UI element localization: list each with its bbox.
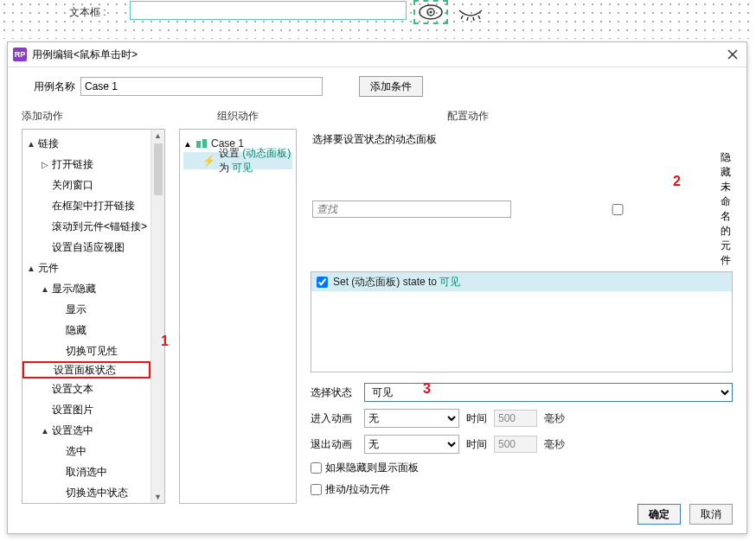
- anim-in-label: 进入动画: [311, 411, 357, 426]
- add-condition-button[interactable]: 添加条件: [359, 76, 423, 97]
- close-icon[interactable]: [724, 46, 741, 63]
- svg-rect-10: [202, 139, 207, 148]
- tree-item-hide[interactable]: ·隐藏: [22, 321, 151, 339]
- tree-item-open-in-frame[interactable]: ·在框架中打开链接: [22, 197, 151, 214]
- app-icon: RP: [13, 48, 27, 61]
- titlebar: RP 用例编辑<鼠标单击时>: [8, 42, 746, 67]
- tree-item-show-hide[interactable]: ▲显示/隐藏: [22, 280, 151, 297]
- tree-item-set-image[interactable]: ·设置图片: [22, 401, 151, 418]
- anim-out-dropdown[interactable]: 无: [364, 435, 459, 454]
- tree-group-link[interactable]: ▲链接: [22, 135, 151, 152]
- svg-rect-9: [196, 141, 201, 148]
- bolt-icon: ⚡: [202, 155, 215, 167]
- anim-in-dropdown[interactable]: 无: [364, 409, 459, 428]
- organize-action-panel: ▲ Case 1 ⚡ 设置 (动态面板) 为 可见: [179, 129, 297, 504]
- cfg-top-label: 选择要设置状态的动态面板: [311, 129, 733, 150]
- tree-item-open-link[interactable]: ▷打开链接: [22, 156, 151, 173]
- configure-action-panel: 选择要设置状态的动态面板 隐藏未命名的元件 Set (动态面板) state t…: [311, 129, 733, 497]
- hide-unnamed-checkbox[interactable]: 隐藏未命名的元件: [518, 150, 731, 268]
- cancel-button[interactable]: 取消: [689, 504, 733, 525]
- header-add-action: 添加动作: [22, 109, 203, 124]
- tree-item-scroll-anchor[interactable]: ·滚动到元件<锚链接>: [22, 218, 151, 235]
- tree-item-toggle-sel[interactable]: ·切换选中状态: [22, 484, 151, 501]
- add-action-panel: ▲链接 ▷打开链接 ·关闭窗口 ·在框架中打开链接 ·滚动到元件<锚链接> ·设…: [22, 129, 165, 504]
- duration-out-input[interactable]: [494, 436, 537, 453]
- ms-label-out: 毫秒: [544, 437, 565, 452]
- tree-item-toggle-vis[interactable]: ·切换可见性: [22, 342, 151, 360]
- svg-line-4: [467, 17, 468, 21]
- select-state-dropdown[interactable]: 可见: [364, 383, 733, 402]
- dialog-title: 用例编辑<鼠标单击时>: [32, 48, 138, 62]
- tree-item-unselected[interactable]: ·取消选中: [22, 463, 151, 481]
- push-pull-checkbox[interactable]: 推动/拉动元件: [311, 482, 733, 497]
- time-label-out: 时间: [466, 437, 487, 452]
- svg-line-3: [461, 16, 463, 19]
- case-name-input[interactable]: [80, 77, 323, 96]
- svg-line-6: [478, 16, 480, 19]
- show-if-hidden-checkbox[interactable]: 如果隐藏则显示面板: [311, 461, 733, 475]
- panel-item-checkbox[interactable]: [317, 277, 328, 288]
- tree-group-widget[interactable]: ▲元件: [22, 259, 151, 277]
- panel-list: Set (动态面板) state to 可见: [311, 271, 733, 372]
- header-organize-action: 组织动作: [217, 109, 433, 124]
- search-input[interactable]: [312, 200, 511, 218]
- eye-closed-icon[interactable]: [453, 0, 488, 24]
- case-name-label: 用例名称: [34, 80, 75, 94]
- duration-in-input[interactable]: [494, 410, 537, 427]
- tree-item-set-selected[interactable]: ▲设置选中: [22, 422, 151, 439]
- scroll-up-icon[interactable]: ▲: [152, 130, 164, 142]
- tree-item-set-text[interactable]: ·设置文本: [22, 380, 151, 398]
- tree-item-show[interactable]: ·显示: [22, 301, 151, 318]
- tree-item-selected[interactable]: ·选中: [22, 442, 151, 460]
- ok-button[interactable]: 确定: [637, 504, 681, 525]
- eye-open-icon[interactable]: [413, 0, 448, 24]
- case-icon: [195, 138, 208, 149]
- scroll-down-icon[interactable]: ▼: [152, 491, 164, 503]
- anim-out-label: 退出动画: [311, 437, 357, 452]
- panel-list-item[interactable]: Set (动态面板) state to 可见: [311, 272, 732, 291]
- time-label-in: 时间: [466, 411, 487, 426]
- textbox-widget[interactable]: [130, 1, 407, 20]
- tree-scrollbar[interactable]: ▲ ▼: [151, 130, 164, 503]
- header-configure-action: 配置动作: [447, 109, 733, 124]
- select-state-label: 选择状态: [311, 385, 357, 400]
- scroll-thumb[interactable]: [154, 143, 163, 195]
- action-tree: ▲链接 ▷打开链接 ·关闭窗口 ·在框架中打开链接 ·滚动到元件<锚链接> ·设…: [22, 130, 151, 503]
- svg-line-5: [473, 17, 474, 21]
- case-editor-dialog: RP 用例编辑<鼠标单击时> 用例名称 添加条件 添加动作 组织动作 配置动作 …: [7, 41, 747, 534]
- svg-point-2: [430, 11, 432, 14]
- tree-item-close-window[interactable]: ·关闭窗口: [22, 176, 151, 194]
- textbox-label: 文本框 :: [69, 5, 106, 20]
- ms-label-in: 毫秒: [544, 411, 565, 426]
- tree-item-adaptive[interactable]: ·设置自适应视图: [22, 239, 151, 256]
- tree-item-set-panel-state[interactable]: ·设置面板状态: [22, 361, 151, 379]
- org-action-row[interactable]: ⚡ 设置 (动态面板) 为 可见: [183, 152, 292, 169]
